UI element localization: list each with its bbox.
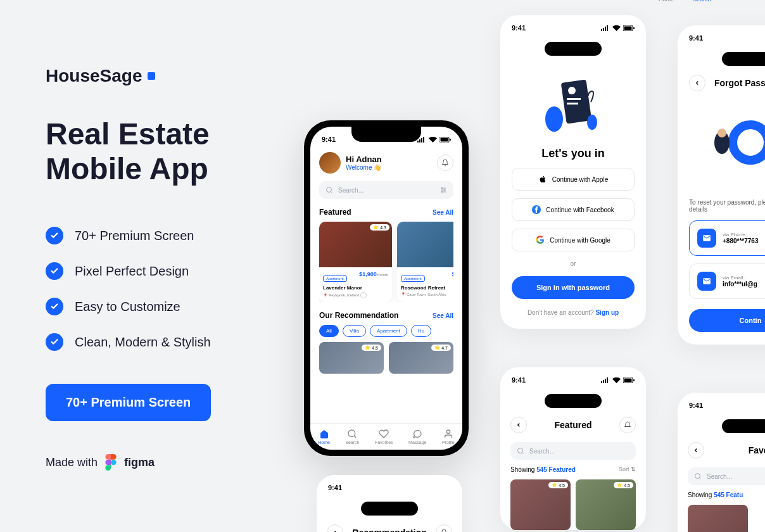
nav-home[interactable]: Home — [318, 429, 330, 445]
search-input[interactable]: Search... — [510, 442, 636, 460]
page-title: Forgot Password — [714, 78, 765, 88]
see-all-link[interactable]: See All — [433, 312, 453, 319]
property-price: $1,900/month — [359, 271, 388, 277]
back-button[interactable] — [688, 442, 704, 459]
continue-google-button[interactable]: Continue with Google — [512, 229, 635, 251]
notch — [545, 42, 602, 56]
property-card[interactable]: ⭐4.5 — [510, 479, 571, 530]
svg-rect-44 — [624, 378, 632, 382]
signup-row: Don't have an account? Sign up — [512, 309, 635, 316]
signup-link[interactable]: Sign up — [595, 309, 619, 316]
svg-point-29 — [587, 115, 597, 130]
search-input[interactable]: Search... — [688, 467, 765, 485]
filter-icon[interactable] — [439, 186, 447, 194]
check-icon — [46, 333, 63, 351]
chip-all[interactable]: All — [319, 325, 339, 337]
svg-rect-42 — [607, 377, 608, 383]
svg-point-28 — [545, 106, 563, 132]
continue-button[interactable]: Contin — [689, 309, 765, 332]
property-card[interactable]: ⭐4.5 — [576, 479, 636, 530]
phone-mockup-featured: 9:41 Featured Search... Showing 545 Feat… — [500, 367, 646, 530]
nav-profile[interactable]: Profile — [442, 429, 455, 445]
property-card[interactable]: ⭐4.5 — [319, 342, 384, 374]
svg-rect-27 — [567, 103, 578, 104]
search-placeholder: Search... — [707, 473, 732, 480]
bell-icon — [441, 159, 449, 167]
status-icons — [601, 24, 635, 32]
feature-item: 70+ Premium Screen — [46, 227, 286, 244]
svg-point-0 — [111, 460, 117, 466]
status-bar: 9:41 — [500, 367, 646, 388]
back-button[interactable] — [510, 417, 527, 433]
property-card[interactable] — [688, 505, 748, 532]
search-placeholder: Search... — [338, 187, 364, 194]
chevron-left-icon — [332, 529, 338, 532]
rating-badge: ⭐4.7 — [431, 345, 451, 351]
chevron-left-icon — [693, 447, 699, 453]
phone-mockup-login: 9:41 Let's you in Continue with Apple Co… — [500, 15, 646, 329]
property-location: 📍Cape Town, South Afric — [401, 292, 453, 296]
sort-button[interactable]: Sort ⇅ — [619, 466, 636, 472]
avatar[interactable] — [319, 152, 341, 174]
favorite-icon[interactable] — [360, 292, 367, 298]
contact-phone-option[interactable]: via Phone : +880***7763 — [689, 220, 765, 256]
contact-value: info***ul@g — [723, 281, 757, 288]
email-icon — [697, 272, 716, 291]
page-title: Featured — [527, 420, 619, 430]
back-button[interactable] — [689, 75, 705, 91]
property-location: 📍Reykjavik, Iceland — [323, 292, 388, 298]
showing-text: Showing 545 Featu — [688, 491, 765, 498]
svg-rect-4 — [423, 137, 424, 142]
feature-item: Easy to Customize — [46, 298, 286, 315]
contact-email-option[interactable]: via Email : info***ul@g — [689, 263, 765, 299]
notification-button[interactable] — [437, 155, 453, 171]
sms-icon — [697, 229, 716, 248]
nav-favorites[interactable]: Favorites — [375, 429, 393, 445]
nav-search[interactable]: Search — [345, 429, 359, 445]
result-count: 545 Featured — [536, 466, 576, 473]
svg-point-13 — [444, 189, 445, 191]
notch — [722, 419, 765, 433]
continue-facebook-button[interactable]: Continue with Facebook — [512, 198, 635, 221]
search-icon — [517, 447, 524, 455]
see-all-link[interactable]: See All — [433, 209, 453, 216]
svg-rect-45 — [633, 379, 635, 381]
status-bar: 9:41 — [317, 475, 462, 495]
property-card[interactable]: ⭐4.3 Apartment $1,900/month Lavender Man… — [319, 222, 392, 302]
signin-button[interactable]: Sign in with password — [512, 276, 635, 299]
search-input[interactable]: Search... — [319, 181, 453, 199]
bell-icon — [624, 421, 631, 429]
filter-chips: All Villa Apartment Ho — [319, 325, 453, 337]
heart-icon — [379, 429, 389, 439]
figma-icon — [105, 454, 117, 471]
property-card[interactable]: ⭐4.7 — [389, 342, 453, 374]
svg-rect-2 — [419, 139, 420, 142]
notification-button[interactable] — [619, 417, 636, 433]
back-button[interactable] — [327, 524, 343, 532]
nav-message[interactable]: Massage — [408, 429, 426, 445]
svg-rect-41 — [605, 379, 606, 383]
showing-text: Showing 545 Featured Sort ⇅ — [510, 466, 636, 473]
check-icon — [46, 262, 63, 280]
section-title: Our Recommendation — [319, 311, 398, 320]
svg-point-16 — [446, 430, 450, 433]
chip-apartment[interactable]: Apartment — [370, 325, 407, 337]
status-bar: 9:41 — [678, 393, 765, 413]
property-tag: Apartment — [323, 276, 347, 282]
search-placeholder: Search... — [529, 448, 555, 455]
phone-mockup-home: 9:41 Hi Adnan Welcome 👋 Search... — [304, 120, 469, 456]
cta-button[interactable]: 70+ Premium Screen — [46, 384, 211, 421]
battery-icon — [623, 25, 635, 31]
chip-house[interactable]: Ho — [411, 325, 431, 337]
continue-apple-button[interactable]: Continue with Apple — [512, 168, 635, 191]
top-tabs: Home Search — [659, 0, 711, 3]
notification-button[interactable] — [436, 524, 452, 532]
svg-rect-39 — [601, 381, 602, 383]
tab-home[interactable]: Home — [659, 0, 674, 3]
chip-villa[interactable]: Villa — [343, 325, 366, 337]
tab-search[interactable]: Search — [693, 0, 711, 3]
svg-rect-3 — [421, 138, 422, 142]
property-card[interactable]: Apartment $1,30 Rosewood Retreat 📍Cape T… — [397, 222, 453, 302]
search-icon — [694, 472, 702, 480]
headline: Real Estate Mobile App — [46, 117, 286, 186]
